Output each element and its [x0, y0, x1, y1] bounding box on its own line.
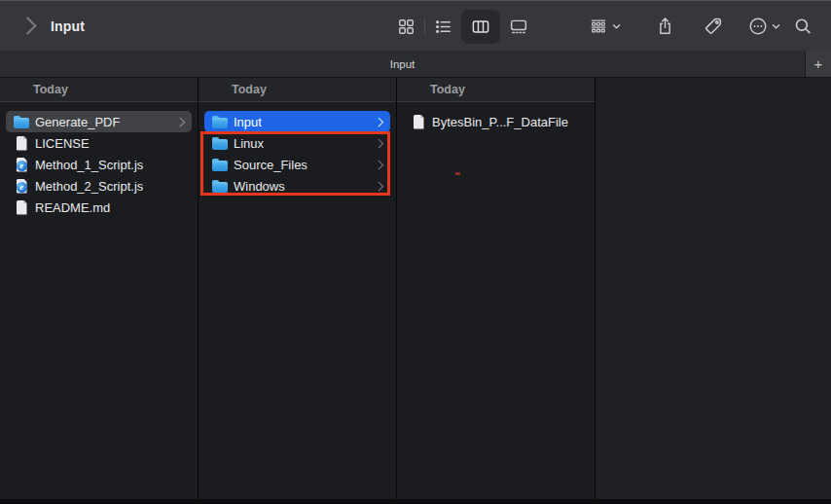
file-icon — [14, 135, 29, 151]
item-label: Input — [234, 115, 262, 129]
group-by-icon — [589, 18, 608, 36]
file-icon — [212, 135, 228, 151]
chevron-right-icon — [374, 117, 382, 126]
new-tab-button[interactable]: + — [805, 51, 831, 77]
view-mode-segmented-control — [391, 10, 534, 44]
item-label: LICENSE — [35, 136, 90, 151]
tags-button[interactable] — [698, 13, 729, 40]
file-icon — [14, 114, 29, 129]
column-list: Input Linux Source_Files Windows — [199, 102, 396, 197]
file-icon — [14, 178, 29, 194]
window-title: Input — [51, 18, 85, 34]
empty-preview-column — [596, 78, 831, 499]
segment-divider — [424, 18, 425, 35]
file-icon — [411, 114, 426, 129]
finder-column: Today Input Linux Source_Files Windows — [199, 78, 397, 499]
more-options-icon — [748, 17, 768, 36]
file-icon — [14, 157, 29, 172]
column-group-header: Today — [0, 78, 198, 102]
list-item[interactable]: BytesBin_P...F_DataFile — [403, 111, 589, 132]
item-label: Linux — [234, 136, 264, 151]
icon-view-button[interactable] — [391, 14, 421, 40]
list-item[interactable]: Linux — [204, 132, 390, 154]
tab-input[interactable]: Input — [0, 51, 805, 77]
gallery-view-icon — [509, 18, 528, 36]
more-options-button[interactable] — [742, 13, 786, 40]
list-item[interactable]: README.md — [6, 197, 192, 218]
list-view-button[interactable] — [428, 14, 458, 40]
finder-column: Today BytesBin_P...F_DataFile — [397, 78, 596, 499]
item-label: README.md — [35, 200, 110, 215]
file-icon — [212, 178, 228, 194]
columns: Today Generate_PDF LICENSE Method_1_Scri… — [0, 78, 831, 499]
list-item[interactable]: Input — [204, 111, 390, 132]
tag-icon — [704, 17, 723, 36]
list-item[interactable]: Method_2_Script.js — [6, 175, 192, 197]
chevron-right-icon — [374, 160, 382, 168]
titlebar: Input — [0, 0, 831, 51]
list-item[interactable]: Windows — [204, 175, 390, 197]
item-label: Method_1_Script.js — [35, 158, 143, 172]
file-icon — [212, 157, 228, 172]
chevron-right-icon — [374, 181, 382, 190]
list-item[interactable]: Generate_PDF — [6, 111, 192, 132]
chevron-down-icon — [612, 23, 621, 30]
finder-column: Today Generate_PDF LICENSE Method_1_Scri… — [0, 78, 199, 499]
list-item[interactable]: Source_Files — [204, 154, 390, 175]
column-list: Generate_PDF LICENSE Method_1_Script.js … — [0, 102, 198, 218]
toolbar — [391, 1, 818, 52]
item-label: Windows — [234, 179, 285, 194]
search-button[interactable] — [787, 13, 818, 40]
tab-bar: Input + — [0, 51, 831, 78]
item-label: Method_2_Script.js — [35, 179, 143, 194]
list-view-icon — [434, 18, 452, 36]
chevron-right-icon — [175, 117, 184, 126]
column-group-header: Today — [397, 78, 595, 102]
item-label: BytesBin_P...F_DataFile — [432, 115, 568, 129]
list-item[interactable]: Method_1_Script.js — [6, 154, 192, 175]
column-header-label: Today — [430, 83, 465, 96]
column-header-label: Today — [232, 83, 267, 96]
column-list: BytesBin_P...F_DataFile — [397, 102, 595, 132]
item-label: Generate_PDF — [35, 115, 120, 129]
finder-window: Input — [0, 0, 831, 504]
chevron-right-icon — [374, 138, 382, 147]
share-icon — [656, 17, 674, 36]
list-item[interactable]: LICENSE — [6, 132, 192, 154]
chevron-down-icon — [772, 23, 780, 30]
column-header-label: Today — [33, 83, 68, 96]
file-icon — [14, 199, 29, 215]
column-view-icon — [471, 18, 490, 36]
grid-view-icon — [397, 18, 416, 36]
item-label: Source_Files — [234, 158, 307, 172]
search-icon — [793, 17, 813, 36]
window-bottom-edge — [0, 499, 831, 504]
gallery-view-button[interactable] — [503, 14, 534, 40]
share-button[interactable] — [650, 13, 680, 40]
forward-chevron-icon[interactable] — [18, 17, 36, 34]
file-icon — [212, 114, 228, 129]
column-view-button[interactable] — [461, 10, 500, 44]
group-by-button[interactable] — [583, 14, 627, 40]
column-group-header: Today — [199, 78, 396, 102]
